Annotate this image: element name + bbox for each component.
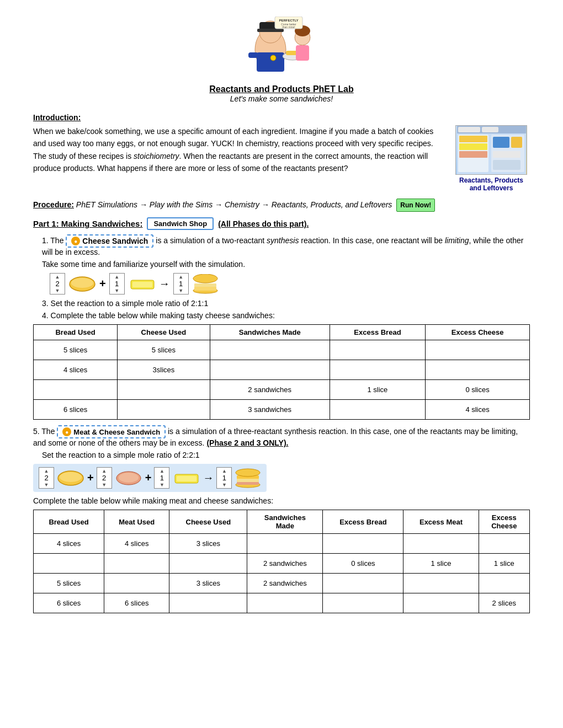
t2r4c4 <box>247 593 323 613</box>
item6: Set the reaction to a simple mole ratio … <box>42 451 530 459</box>
num-down-r2-2[interactable]: ▼ <box>102 482 107 488</box>
intro-sim-image: Reactants, Products and Leftovers <box>453 125 530 192</box>
t1r2c1: 4 slices <box>34 360 118 380</box>
sim-svg <box>457 126 526 174</box>
sim-screenshot <box>455 125 527 175</box>
svg-rect-12 <box>296 45 309 61</box>
t1r3c5: 0 slices <box>426 380 530 400</box>
svg-rect-3 <box>257 29 284 32</box>
sandwich-shop-button[interactable]: Sandwich Shop <box>147 217 214 230</box>
num-box-r2-1[interactable]: ▲ 2 ▼ <box>39 467 54 489</box>
num-box-r2-2[interactable]: ▲ 2 ▼ <box>97 467 112 489</box>
cheese-icon-visual <box>128 276 156 292</box>
part1-title: Part 1: Making Sandwiches: <box>33 219 142 228</box>
t2r4c3 <box>169 593 247 613</box>
plus-1: + <box>99 277 106 290</box>
col-sandwiches-made: Sandwiches Made <box>210 325 330 340</box>
num-up-r2-2[interactable]: ▲ <box>102 468 107 474</box>
t2r1c6 <box>403 534 479 554</box>
svg-rect-27 <box>511 137 522 148</box>
svg-point-48 <box>236 469 260 477</box>
header-illustration: PERFECTLY Come better than mine! <box>243 17 320 80</box>
reaction2-visual: ▲ 2 ▼ + ▲ 2 ▼ + ▲ 1 ▼ → ▲ 1 ▼ <box>33 464 267 492</box>
t2r1c7 <box>479 534 529 554</box>
meat-cheese-button[interactable]: ● Meat & Cheese Sandwich <box>57 425 166 438</box>
svg-rect-22 <box>459 136 487 142</box>
num-down-2[interactable]: ▼ <box>114 288 119 293</box>
title-block: Reactants and Products PhET Lab Let's ma… <box>209 84 353 103</box>
num-up-3[interactable]: ▲ <box>178 274 183 280</box>
meat-icon-r2 <box>115 470 142 486</box>
cheese-sandwich-button[interactable]: ● Cheese Sandwich <box>66 234 153 248</box>
sandwich-icon-1 <box>192 274 219 294</box>
all-phases-label: (All Phases do this part). <box>218 220 309 228</box>
cheese-icon: ● <box>71 237 80 245</box>
phase-note: (Phase 2 and 3 ONLY). <box>206 438 288 447</box>
table2-header-row: Bread Used Meat Used Cheese Used Sandwic… <box>34 510 530 534</box>
arrow-r2: → <box>203 472 214 484</box>
item5: 5. The ● Meat & Cheese Sandwich is a sim… <box>33 425 530 447</box>
intro-block: When we bake/cook something, we use a sp… <box>33 125 530 192</box>
procedure-section: Procedure: PhET Simulations → Play with … <box>33 199 530 212</box>
num-up-1[interactable]: ▲ <box>55 274 60 280</box>
table2-body: 4 slices 4 slices 3 slices 2 sandwiches … <box>34 534 530 613</box>
arrow-1: → <box>159 277 170 290</box>
num-down-1[interactable]: ▼ <box>55 288 60 293</box>
t1r4c2 <box>118 400 210 420</box>
item1-num: 1. The <box>42 236 66 245</box>
t2-col2: Meat Used <box>104 510 169 534</box>
num-up-2[interactable]: ▲ <box>114 274 119 280</box>
col-excess-bread: Excess Bread <box>330 325 425 340</box>
svg-rect-6 <box>248 52 258 58</box>
t2r3c7 <box>479 574 529 593</box>
num-box-r2-4[interactable]: ▲ 1 ▼ <box>216 467 232 489</box>
table-row: 2 sandwiches 0 slices 1 slice 1 slice <box>34 554 530 574</box>
t1r2c5 <box>426 360 530 380</box>
intro-paragraph: When we bake/cook something, we use a sp… <box>33 127 433 173</box>
plus-r2-2: + <box>145 472 152 484</box>
introduction-section: Introduction: When we bake/cook somethin… <box>33 113 530 192</box>
num-up-r2-4[interactable]: ▲ <box>222 468 227 474</box>
num-val-3: 1 <box>179 280 183 288</box>
t2r3c6 <box>403 574 479 593</box>
num-down-3[interactable]: ▼ <box>178 288 183 293</box>
t1r3c1 <box>34 380 118 400</box>
intro-title: Introduction: <box>33 113 530 122</box>
reaction1-visual: ▲ 2 ▼ + ▲ 1 ▼ → ▲ 1 ▼ <box>50 273 530 295</box>
num-up-r2-3[interactable]: ▲ <box>160 468 164 474</box>
t2r2c2 <box>104 554 169 574</box>
procedure-label: Procedure: <box>33 200 74 209</box>
num-down-r2-4[interactable]: ▼ <box>222 482 227 488</box>
t2-col1: Bread Used <box>34 510 104 534</box>
item1: 1. The ● Cheese Sandwich is a simulation… <box>42 234 530 256</box>
num-box-2[interactable]: ▲ 1 ▼ <box>109 273 125 295</box>
num-up-r2-1[interactable]: ▲ <box>44 468 49 474</box>
svg-rect-46 <box>237 478 259 482</box>
num-box-r2-3[interactable]: ▲ 1 ▼ <box>154 467 169 489</box>
run-now-button[interactable]: Run Now! <box>396 199 435 212</box>
num-down-r2-1[interactable]: ▼ <box>44 482 49 488</box>
item7-text: Complete the table below while making me… <box>33 496 273 505</box>
t1r4c3: 3 sandwiches <box>210 400 330 420</box>
t2r1c5 <box>323 534 403 554</box>
num-val-2: 1 <box>115 280 119 288</box>
svg-point-5 <box>270 55 276 61</box>
table-row: 5 slices 5 slices <box>34 340 530 360</box>
cheese-icon-r2 <box>172 470 200 486</box>
svg-point-41 <box>119 473 139 483</box>
t1r2c3 <box>210 360 330 380</box>
t1r4c5: 4 slices <box>426 400 530 420</box>
t1r1c3 <box>210 340 330 360</box>
t2r3c4: 2 sandwiches <box>247 574 323 593</box>
svg-rect-29 <box>493 160 520 170</box>
svg-point-37 <box>193 274 217 283</box>
num-val-1: 2 <box>55 280 59 288</box>
table-row: 2 sandwiches 1 slice 0 slices <box>34 380 530 400</box>
num-box-1[interactable]: ▲ 2 ▼ <box>50 273 65 295</box>
svg-rect-4 <box>257 52 284 72</box>
procedure-line: Procedure: PhET Simulations → Play with … <box>33 199 530 212</box>
num-down-r2-3[interactable]: ▼ <box>160 482 164 488</box>
item3: 3. Set the reaction to a simple mole rat… <box>42 299 530 308</box>
num-box-3[interactable]: ▲ 1 ▼ <box>173 273 189 295</box>
svg-rect-26 <box>493 137 509 148</box>
